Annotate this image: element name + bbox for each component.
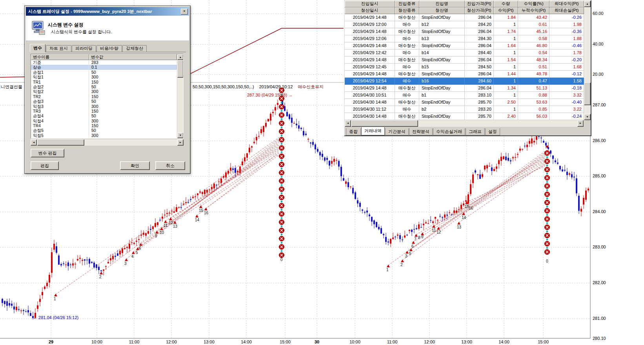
trade-cell: 매수청산 (395, 14, 419, 21)
trade-cell: 매수 (395, 92, 419, 99)
variable-list-vertical-scrollbar[interactable]: ▲ ▼ (177, 54, 183, 138)
trade-column-header[interactable]: 청산일시 (345, 7, 395, 14)
variable-row[interactable]: 손절350 (31, 99, 177, 104)
scroll-down-icon[interactable]: ▼ (177, 132, 184, 138)
scroll-right-icon[interactable]: ► (177, 139, 184, 146)
variable-list-horizontal-scrollbar[interactable]: ◄ ► (31, 139, 184, 146)
trade-column-header[interactable]: 누적수익(Pt) (518, 7, 549, 14)
trade-history-row[interactable]: 2019/04/30 10:51매수b1283.1010.883.32 (345, 92, 584, 99)
trade-cell: 1.64 (494, 42, 518, 49)
trade-history-row[interactable]: 2019/04/30 14:48매수청산StopEndOfDay285.702.… (345, 113, 584, 120)
settings-tab-1[interactable]: 차트 표시 (46, 45, 71, 52)
trade-cell: 1.74 (494, 28, 518, 35)
variable-name: 손절2 (31, 84, 89, 89)
scroll-left-icon[interactable]: ◄ (345, 120, 351, 127)
edit-button[interactable]: 편집 (31, 161, 59, 170)
scroll-right-icon[interactable]: ► (577, 120, 584, 127)
scroll-left-icon[interactable]: ◄ (31, 139, 37, 146)
trade-column-header[interactable]: 수익(Pt) (494, 7, 518, 14)
analysis-tab-5[interactable]: 그래프 (466, 128, 485, 135)
settings-tab-4[interactable]: 강제청산 (122, 45, 147, 52)
trade-grid-vertical-scrollbar[interactable]: ▲ ▼ (584, 1, 591, 120)
variable-row[interactable]: TR3150 (31, 109, 177, 113)
system-trading-settings-dialog: 시스템 트레이딩 설정 - 9999wwwww_buy_pyra20 3분_ne… (24, 5, 191, 174)
vertical-scroll-thumb[interactable] (584, 82, 591, 105)
variable-row[interactable]: 손절250 (31, 84, 177, 89)
trade-cell: 2019/04/29 14:48 (345, 85, 395, 92)
trade-history-row[interactable]: 2019/04/29 14:48매수청산StopEndOfDay286.041.… (345, 42, 584, 49)
trade-column-header[interactable]: 진입종류 (395, 1, 419, 7)
trade-cell: 1 (494, 78, 518, 85)
variable-row[interactable]: 익절1300 (31, 75, 177, 79)
analysis-tab-1[interactable]: 거래내역 (361, 127, 385, 135)
trade-column-header[interactable]: 청산명 (419, 7, 465, 14)
variable-row[interactable]: 익절4300 (31, 119, 177, 123)
trade-history-row[interactable]: 2019/04/29 12:54매수b16284.6010.471.58 (345, 78, 584, 85)
horizontal-scroll-thumb[interactable] (37, 139, 84, 146)
trade-history-row[interactable]: 2019/04/30 14:48매수청산StopEndOfDay285.702.… (345, 99, 584, 106)
close-icon[interactable]: × (181, 9, 188, 15)
variable-row[interactable]: TR1150 (31, 80, 177, 84)
analysis-tab-4[interactable]: 수익손실거래 (433, 128, 465, 135)
trade-column-header[interactable]: 청산종류 (395, 7, 419, 14)
variable-row[interactable]: 손절150 (31, 70, 177, 75)
variable-row[interactable]: 손절450 (31, 113, 177, 118)
trade-column-header[interactable]: 수익률(%) (518, 1, 549, 7)
dialog-titlebar[interactable]: 시스템 트레이딩 설정 - 9999wwwww_buy_pyra20 3분_ne… (26, 7, 189, 16)
trade-history-row[interactable]: 2019/04/29 12:45매수b15284.5010.511.68 (345, 64, 584, 71)
trade-column-header[interactable]: 청산가격(Pt) (465, 7, 494, 14)
trade-history-row[interactable]: 2019/04/29 12:06매수b13284.3010.581.88 (345, 35, 584, 42)
trade-cell: -0.12 (549, 71, 584, 78)
trade-cell: 43.42 (518, 14, 549, 21)
trade-column-header[interactable]: 수량 (494, 1, 518, 7)
trade-history-row[interactable]: 2019/04/30 11:12매수b2283.2010.853.22 (345, 106, 584, 113)
trade-history-row[interactable]: 2019/04/29 14:48매수청산StopEndOfDay286.041.… (345, 14, 584, 21)
trade-cell: 매수청산 (395, 28, 419, 35)
trade-history-row[interactable]: 2019/04/29 12:00매수b12284.2010.611.98 (345, 21, 584, 28)
variable-row[interactable]: 익절5300 (31, 133, 177, 138)
dialog-header: 시스템 변수 설정 시스템식의 변수를 설정 합니다. (26, 16, 189, 41)
trade-history-row[interactable]: 2019/04/29 14:48매수청산StopEndOfDay286.041.… (345, 57, 584, 64)
trade-history-row[interactable]: 2019/04/29 12:42매수b14284.4010.541.78 (345, 49, 584, 57)
variable-row[interactable]: TR4150 (31, 123, 177, 128)
edit-variables-button[interactable]: 변수 편집 (31, 149, 64, 157)
variable-row[interactable]: 익절3300 (31, 104, 177, 109)
variable-name-column-header[interactable]: 변수이름 (31, 54, 89, 60)
trade-cell: 매수청산 (395, 85, 419, 92)
analysis-tab-2[interactable]: 기간분석 (385, 128, 409, 135)
trade-cell: 2019/04/29 14:48 (345, 28, 395, 35)
analysis-tab-3[interactable]: 전략분석 (409, 128, 433, 135)
trade-column-header[interactable]: 최대손실(Pt) (549, 7, 584, 14)
scroll-down-icon[interactable]: ▼ (584, 114, 591, 120)
variable-value: 150 (89, 94, 177, 99)
settings-tab-3[interactable]: 비용/수량 (96, 45, 122, 52)
horizontal-scroll-thumb[interactable] (351, 120, 418, 127)
settings-tab-2[interactable]: 피라미딩 (72, 45, 96, 52)
trade-history-row[interactable]: 2019/04/29 14:48매수청산StopEndOfDay286.041.… (345, 85, 584, 92)
ok-button[interactable]: 확인 (120, 161, 150, 170)
variable-row[interactable]: 익절2300 (31, 89, 177, 94)
vertical-scroll-thumb[interactable] (177, 60, 184, 78)
analysis-tab-0[interactable]: 종합 (346, 128, 361, 135)
variable-row[interactable]: 상승0.1 (31, 65, 177, 69)
variable-row[interactable]: TR2150 (31, 94, 177, 99)
trade-grid-horizontal-scrollbar[interactable]: ◄ ► (345, 120, 591, 127)
variable-row[interactable]: 기준283 (31, 60, 177, 65)
analysis-tab-6[interactable]: 설정 (485, 128, 500, 135)
trade-cell: 2019/04/29 14:48 (345, 14, 395, 21)
variable-value: 300 (89, 133, 177, 138)
scroll-up-icon[interactable]: ▲ (177, 54, 184, 60)
trade-column-header[interactable]: 진입일시 (345, 1, 395, 7)
trade-cell: 1.44 (494, 71, 518, 78)
cancel-button[interactable]: 취소 (155, 161, 185, 170)
scroll-up-icon[interactable]: ▲ (584, 1, 591, 7)
trade-cell: -0.26 (549, 14, 584, 21)
trade-column-header[interactable]: 진입명 (419, 1, 465, 7)
variable-value-column-header[interactable]: 변수값 (89, 54, 177, 60)
trade-history-row[interactable]: 2019/04/29 14:48매수청산StopEndOfDay286.041.… (345, 71, 584, 78)
trade-column-header[interactable]: 진입가격(Pt) (465, 1, 494, 7)
settings-tab-0[interactable]: 변수 (30, 44, 45, 52)
trade-history-row[interactable]: 2019/04/29 14:48매수청산StopEndOfDay286.041.… (345, 28, 584, 35)
trade-column-header[interactable]: 최대수익(Pt) (549, 1, 584, 7)
variable-row[interactable]: 손절550 (31, 128, 177, 133)
